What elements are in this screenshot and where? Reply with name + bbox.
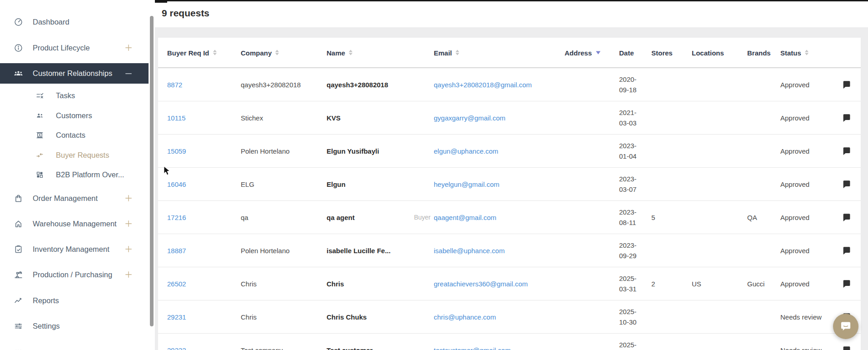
column-header-date[interactable]: Date [619, 49, 634, 56]
buyer-req-id-link[interactable]: 26502 [167, 280, 186, 288]
buyer-req-id-link[interactable]: 29231 [167, 313, 186, 321]
company-cell: Polen Hortelano [241, 247, 290, 255]
column-header-name[interactable]: Name [327, 49, 352, 56]
sidebar-item-tasks[interactable]: Tasks [0, 86, 149, 105]
email-link[interactable]: testcustomer@gmail.com [434, 346, 511, 350]
column-header-brands[interactable]: Brands [747, 49, 771, 56]
buyer-req-id-link[interactable]: 15059 [167, 147, 186, 155]
column-header-address[interactable]: Address [565, 49, 600, 56]
table-row: 26502ChrisChrisgreatachievers360@gmail.c… [158, 267, 861, 300]
email-link[interactable]: gygaxgarry@gmail.com [434, 114, 506, 122]
date-cell: 2025-10-30 [619, 340, 645, 350]
table-row: 17216qaqa agentBuyerqaagent@gmail.com202… [158, 201, 861, 234]
date-cell: 2020-09-18 [619, 74, 645, 95]
email-link[interactable]: qayesh3+28082018@gmail.com [434, 81, 532, 89]
date-cell: 2023-09-29 [619, 240, 645, 261]
column-header-buyer-req-id[interactable]: Buyer Req Id [167, 49, 217, 56]
sidebar-item-b2b-platform-over[interactable]: B2B Platform Over... [0, 165, 149, 185]
sidebar-item-production-purchasing[interactable]: Production / Purchasing [0, 264, 149, 285]
buyer-req-id-link[interactable]: 8872 [167, 81, 182, 89]
sidebar-item-inventory-management[interactable]: Inventory Management [0, 239, 149, 260]
comment-icon[interactable] [842, 345, 852, 350]
buyer-req-id-link[interactable]: 29232 [167, 346, 186, 350]
expand-plus-icon[interactable] [124, 219, 133, 228]
company-cell: ELG [241, 180, 254, 188]
sidebar-item-buyer-requests[interactable]: Buyer Requests [0, 145, 149, 165]
buyer-req-id-link[interactable]: 10115 [167, 114, 186, 122]
buyer-req-id-link[interactable]: 17216 [167, 214, 186, 221]
sidebar-item-warehouse-management[interactable]: Warehouse Management [0, 213, 149, 234]
status-cell: Needs review [780, 346, 822, 350]
comment-icon[interactable] [842, 80, 852, 90]
comment-icon[interactable] [842, 279, 852, 289]
quilt-grid-icon [35, 170, 44, 179]
sidebar-item-settings[interactable]: Settings [0, 315, 149, 336]
warehouse-icon [14, 219, 23, 229]
comment-icon[interactable] [842, 213, 852, 222]
sidebar-item-label: Reports [33, 296, 59, 305]
chat-bubble-icon [839, 320, 852, 333]
brands-cell: Gucci [747, 280, 764, 288]
date-cell: 2025-03-31 [619, 273, 645, 295]
email-link[interactable]: elgun@uphance.com [434, 147, 498, 155]
column-header-locations[interactable]: Locations [692, 49, 724, 56]
sidebar-item-a[interactable]: A [0, 342, 149, 350]
transfer-arrows-icon [35, 151, 44, 160]
name-cell: Elgun [327, 180, 346, 188]
sidebar-item-product-lifecycle[interactable]: Product Lifecycle [0, 37, 149, 58]
sidebar-item-label: Warehouse Management [33, 220, 117, 228]
column-header-email[interactable]: Email [434, 49, 459, 56]
sidebar-item-order-management[interactable]: Order Management [0, 188, 149, 209]
sort-arrows-icon[interactable] [805, 50, 808, 55]
email-link[interactable]: isabelle@uphance.com [434, 247, 505, 255]
status-cell: Approved [780, 180, 809, 188]
column-header-company[interactable]: Company [241, 49, 279, 56]
sort-arrows-icon[interactable] [213, 50, 217, 55]
sidebar-scrollbar[interactable] [150, 16, 154, 326]
name-cell: qa agent [327, 214, 355, 221]
sort-desc-icon[interactable] [596, 51, 600, 54]
name-cell: Elgun Yusifbayli [327, 147, 379, 155]
stores-cell: 5 [651, 214, 655, 221]
email-link[interactable]: heyelgun@gmail.com [434, 180, 499, 188]
column-header-status[interactable]: Status [780, 49, 808, 56]
email-link[interactable]: chris@uphance.com [434, 313, 496, 321]
status-cell: Needs review [780, 313, 822, 321]
expand-plus-icon[interactable] [124, 245, 133, 254]
sort-arrows-icon[interactable] [456, 50, 459, 55]
date-cell: 2023-03-07 [619, 174, 645, 195]
name-cell: qayesh3+28082018 [327, 81, 388, 89]
collapse-minus-icon[interactable] [124, 69, 133, 78]
sidebar-item-label: Buyer Requests [56, 151, 109, 160]
sidebar-item-label: Production / Purchasing [33, 270, 112, 279]
sidebar-item-label: Inventory Management [33, 245, 109, 254]
buyer-req-id-link[interactable]: 16046 [167, 180, 186, 188]
status-cell: Approved [780, 114, 809, 122]
status-cell: Approved [780, 147, 809, 155]
chat-launcher-button[interactable] [833, 314, 858, 339]
expand-plus-icon[interactable] [124, 270, 133, 279]
sidebar-item-customers[interactable]: Customers [0, 106, 149, 125]
sidebar-item-contacts[interactable]: Contacts [0, 125, 149, 145]
sidebar-item-customer-relationships[interactable]: Customer Relationships [0, 63, 149, 84]
sort-arrows-icon[interactable] [349, 50, 352, 55]
date-cell: 2023-08-11 [619, 207, 645, 228]
column-header-stores[interactable]: Stores [651, 49, 673, 56]
email-link[interactable]: greatachievers360@gmail.com [434, 280, 528, 288]
sort-arrows-icon[interactable] [275, 50, 279, 55]
checklist-icon [35, 91, 44, 100]
sidebar-item-reports[interactable]: Reports [0, 290, 149, 311]
comment-icon[interactable] [842, 146, 852, 156]
comment-icon[interactable] [842, 246, 852, 255]
comment-icon[interactable] [842, 180, 852, 189]
email-link[interactable]: qaagent@gmail.com [434, 214, 496, 221]
name-cell: Chris [327, 280, 344, 288]
expand-plus-icon[interactable] [124, 194, 133, 203]
comment-icon[interactable] [842, 113, 852, 123]
clipboard-check-icon [14, 245, 23, 254]
buyer-req-id-link[interactable]: 18887 [167, 247, 186, 255]
table-body: 8872qayesh3+28082018qayesh3+28082018qaye… [158, 68, 861, 350]
brands-cell: QA [747, 214, 757, 221]
expand-plus-icon[interactable] [124, 43, 133, 52]
sidebar-item-dashboard[interactable]: Dashboard [0, 11, 149, 32]
